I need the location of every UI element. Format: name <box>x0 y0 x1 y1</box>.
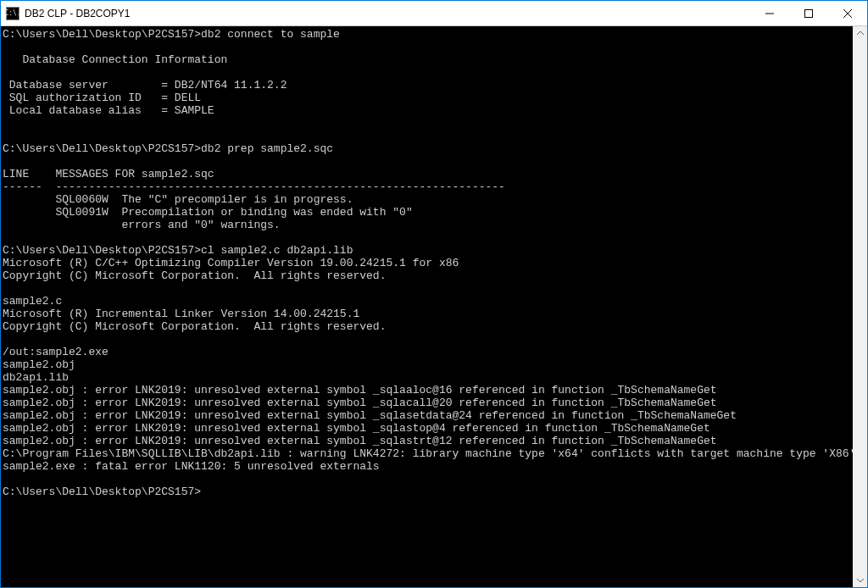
chevron-up-icon <box>857 31 864 36</box>
close-icon <box>843 9 852 18</box>
minimize-button[interactable] <box>750 1 789 25</box>
titlebar[interactable]: C:\. DB2 CLP - DB2COPY1 <box>1 1 867 26</box>
scroll-down-button[interactable] <box>853 573 867 587</box>
window-frame: C:\. DB2 CLP - DB2COPY1 C:\Users\Dell\De… <box>0 0 868 588</box>
terminal-container: C:\Users\Dell\Desktop\P2CS157>db2 connec… <box>1 26 867 587</box>
scroll-up-button[interactable] <box>853 26 867 41</box>
window-controls <box>750 1 867 25</box>
minimize-icon <box>765 9 774 18</box>
svg-rect-1 <box>805 9 813 17</box>
terminal-output[interactable]: C:\Users\Dell\Desktop\P2CS157>db2 connec… <box>1 26 853 587</box>
app-icon: C:\. <box>6 7 19 20</box>
close-button[interactable] <box>828 1 867 25</box>
vertical-scrollbar[interactable] <box>853 26 867 587</box>
chevron-down-icon <box>857 578 864 582</box>
maximize-icon <box>804 9 813 18</box>
maximize-button[interactable] <box>789 1 828 25</box>
window-title: DB2 CLP - DB2COPY1 <box>25 8 750 19</box>
